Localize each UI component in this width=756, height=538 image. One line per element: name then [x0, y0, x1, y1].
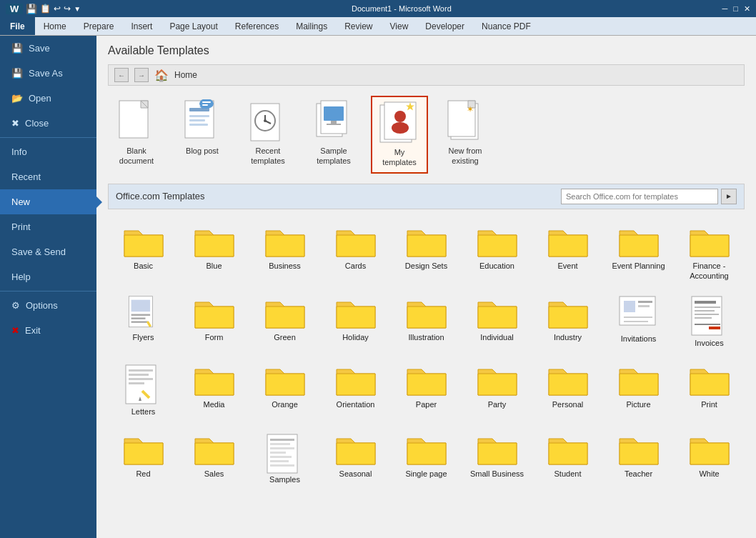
sidebar-item-exit[interactable]: ✖ Exit: [0, 318, 96, 343]
recent-label: Recent: [11, 171, 41, 182]
grid-item-invoices[interactable]: Invoices: [674, 289, 745, 354]
tab-nuance[interactable]: Nuance PDF: [473, 17, 539, 35]
grid-item-finance[interactable]: Finance - Accounting: [674, 218, 745, 287]
svg-rect-47: [709, 327, 720, 329]
grid-item-red[interactable]: Red: [108, 426, 179, 490]
grid-item-student[interactable]: Student: [532, 426, 603, 490]
svg-rect-50: [129, 374, 149, 376]
sidebar-item-new[interactable]: New: [0, 189, 96, 214]
grid-item-small-business[interactable]: Small Business: [462, 426, 532, 490]
template-blank[interactable]: Blank document: [108, 96, 165, 171]
svg-rect-19: [327, 124, 341, 125]
grid-item-orientation[interactable]: Orientation: [320, 357, 391, 422]
search-input[interactable]: [561, 189, 718, 204]
folder-icon-business: [264, 224, 306, 258]
grid-item-cards[interactable]: Cards: [320, 218, 391, 287]
quick-customize[interactable]: ▼: [74, 5, 81, 13]
grid-item-form[interactable]: Form: [179, 289, 249, 354]
grid-item-holiday[interactable]: Holiday: [320, 289, 391, 354]
grid-label-education: Education: [479, 261, 514, 271]
grid-label-basic: Basic: [134, 261, 153, 271]
svg-rect-46: [695, 324, 720, 325]
sidebar-item-print[interactable]: Print: [0, 214, 96, 239]
grid-item-design-sets[interactable]: Design Sets: [391, 218, 462, 287]
grid-item-print[interactable]: Print: [674, 357, 745, 422]
grid-item-business[interactable]: Business: [249, 218, 320, 287]
template-new-from-existing[interactable]: ✶ New from existing: [437, 96, 494, 171]
quick-redo[interactable]: ↪: [64, 4, 71, 14]
sidebar-item-save-send[interactable]: Save & Send: [0, 239, 96, 264]
minimize-btn[interactable]: ─: [722, 4, 728, 14]
invoices-icon: [689, 295, 730, 335]
tab-developer[interactable]: Developer: [417, 17, 473, 35]
folder-icon-seasonal: [335, 432, 377, 466]
grid-item-education[interactable]: Education: [462, 218, 532, 287]
sidebar-item-recent[interactable]: Recent: [0, 164, 96, 189]
grid-item-blue[interactable]: Blue: [179, 218, 249, 287]
grid-label-orientation: Orientation: [337, 399, 375, 409]
grid-item-personal[interactable]: Personal: [532, 357, 603, 422]
svg-rect-62: [270, 464, 294, 467]
quick-undo[interactable]: ↩: [54, 4, 61, 14]
sidebar-item-save[interactable]: 💾 Save: [0, 36, 96, 61]
search-button[interactable]: ►: [721, 189, 737, 204]
tab-view[interactable]: View: [382, 17, 417, 35]
nav-home-icon[interactable]: 🏠: [154, 69, 169, 82]
grid-item-media[interactable]: Media: [179, 357, 249, 422]
grid-item-basic[interactable]: Basic: [108, 218, 179, 287]
tab-insert[interactable]: Insert: [122, 17, 161, 35]
grid-item-party[interactable]: Party: [462, 357, 532, 422]
maximize-btn[interactable]: □: [733, 4, 738, 14]
grid-item-picture[interactable]: Picture: [603, 357, 674, 422]
grid-item-samples[interactable]: Samples: [249, 426, 320, 490]
grid-item-single-page[interactable]: Single page: [391, 426, 462, 490]
template-my-templates[interactable]: My templates: [371, 96, 428, 174]
tab-references[interactable]: References: [227, 17, 287, 35]
sidebar-item-save-as[interactable]: 💾 Save As: [0, 61, 96, 86]
template-recent[interactable]: Recent templates: [239, 96, 297, 171]
grid-item-individual[interactable]: Individual: [462, 289, 532, 354]
sidebar-item-info[interactable]: Info: [0, 139, 96, 164]
word-logo: W: [6, 4, 23, 14]
samples-icon: [264, 432, 306, 472]
tab-review[interactable]: Review: [336, 17, 381, 35]
close-btn[interactable]: ✕: [744, 4, 750, 14]
grid-item-event-planning[interactable]: Event Planning: [603, 218, 674, 287]
nav-forward-btn[interactable]: →: [134, 68, 149, 82]
grid-item-illustration[interactable]: Illustration: [391, 289, 462, 354]
nav-back-btn[interactable]: ←: [114, 68, 129, 82]
grid-item-sales[interactable]: Sales: [179, 426, 249, 490]
grid-item-white[interactable]: White: [674, 426, 745, 490]
grid-item-green[interactable]: Green: [249, 289, 320, 354]
grid-item-flyers[interactable]: Flyers: [108, 289, 179, 354]
quick-save[interactable]: 💾: [26, 4, 37, 14]
grid-item-teacher[interactable]: Teacher: [603, 426, 674, 490]
sidebar-item-close[interactable]: ✖ Close: [0, 111, 96, 136]
template-blog[interactable]: Blog post: [174, 96, 231, 160]
grid-label-illustration: Illustration: [408, 332, 444, 342]
grid-item-event[interactable]: Event: [532, 218, 603, 287]
grid-item-invitations[interactable]: Invitations: [603, 289, 674, 354]
grid-item-seasonal[interactable]: Seasonal: [320, 426, 391, 490]
grid-item-orange[interactable]: Orange: [249, 357, 320, 422]
svg-point-23: [392, 122, 409, 134]
template-sample[interactable]: Sample templates: [305, 96, 362, 171]
open-label: Open: [29, 93, 51, 104]
sidebar-item-help[interactable]: Help: [0, 264, 96, 289]
tab-home[interactable]: Home: [35, 17, 75, 35]
sidebar: 💾 Save 💾 Save As 📂 Open ✖ Close Info Rec…: [0, 36, 96, 538]
tab-mailings[interactable]: Mailings: [287, 17, 336, 35]
sidebar-divider-1: [0, 137, 96, 138]
grid-label-student: Student: [554, 469, 582, 479]
folder-icon-red: [123, 432, 164, 466]
grid-item-paper[interactable]: Paper: [391, 357, 462, 422]
tab-file[interactable]: File: [0, 17, 35, 35]
sidebar-item-options[interactable]: ⚙ Options: [0, 293, 96, 318]
sidebar-item-open[interactable]: 📂 Open: [0, 86, 96, 111]
quick-save-as[interactable]: 📋: [40, 4, 51, 14]
svg-rect-35: [624, 301, 635, 312]
grid-item-letters[interactable]: Letters: [108, 357, 179, 422]
tab-prepare[interactable]: Prepare: [75, 17, 123, 35]
tab-page-layout[interactable]: Page Layout: [161, 17, 226, 35]
grid-item-industry[interactable]: Industry: [532, 289, 603, 354]
